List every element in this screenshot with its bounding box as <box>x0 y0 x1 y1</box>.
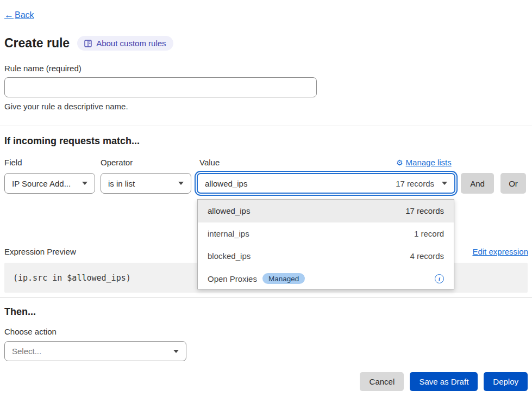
divider <box>0 126 532 126</box>
list-item-count: 1 record <box>414 229 444 238</box>
chevron-down-icon <box>82 182 87 185</box>
list-item-name: Open Proxies <box>208 274 257 283</box>
cancel-button[interactable]: Cancel <box>360 372 404 391</box>
list-item-open-proxies[interactable]: Open Proxies Managed i <box>198 268 454 290</box>
list-item-blocked-ips[interactable]: blocked_ips 4 records <box>198 245 454 268</box>
manage-lists-link[interactable]: Manage lists <box>406 158 452 167</box>
chevron-down-icon <box>442 182 447 185</box>
rule-name-input[interactable] <box>4 77 317 97</box>
value-label: Value <box>199 158 220 167</box>
field-select-value: IP Source Add... <box>12 179 71 188</box>
back-arrow-icon: ← <box>4 10 14 21</box>
value-dropdown-panel: allowed_ips 17 records internal_ips 1 re… <box>197 199 454 289</box>
choose-action-label: Choose action <box>4 327 57 336</box>
rule-name-label: Rule name (required) <box>4 64 82 73</box>
chevron-down-icon <box>173 350 179 353</box>
value-select-count: 17 records <box>396 179 434 188</box>
edit-expression-link[interactable]: Edit expression <box>472 247 528 256</box>
value-select-value: allowed_ips <box>205 179 247 188</box>
list-item-allowed-ips[interactable]: allowed_ips 17 records <box>198 200 454 222</box>
and-button[interactable]: And <box>461 173 494 194</box>
field-label: Field <box>4 158 22 167</box>
back-label: Back <box>15 10 34 20</box>
value-select[interactable]: allowed_ips 17 records <box>197 173 455 194</box>
list-item-name: blocked_ips <box>208 251 251 261</box>
list-item-name: internal_ips <box>208 229 249 238</box>
back-link[interactable]: ←Back <box>4 10 34 21</box>
info-icon[interactable]: i <box>435 274 444 283</box>
expression-preview-label: Expression Preview <box>4 247 76 256</box>
list-item-count: 4 records <box>410 251 444 261</box>
list-item-internal-ips[interactable]: internal_ips 1 record <box>198 222 454 245</box>
operator-select-value: is in list <box>108 179 135 188</box>
then-section-heading: Then... <box>4 306 36 318</box>
or-button[interactable]: Or <box>500 173 526 194</box>
operator-select[interactable]: is in list <box>101 173 191 194</box>
about-badge-label: About custom rules <box>96 39 166 48</box>
operator-label: Operator <box>101 158 133 167</box>
book-icon <box>84 40 92 47</box>
create-rule-page: ←Back Create rule About custom rules Rul… <box>0 0 532 402</box>
list-item-name: allowed_ips <box>208 206 250 215</box>
list-item-count: 17 records <box>405 206 444 215</box>
about-custom-rules-badge[interactable]: About custom rules <box>77 36 173 51</box>
action-select-placeholder: Select... <box>12 347 41 356</box>
action-select[interactable]: Select... <box>4 341 186 361</box>
managed-badge: Managed <box>262 273 305 284</box>
save-as-draft-button[interactable]: Save as Draft <box>410 372 478 391</box>
footer-actions: Cancel Save as Draft Deploy <box>360 372 528 391</box>
expression-code: (ip.src in $allowed_ips) <box>13 273 131 283</box>
field-select[interactable]: IP Source Add... <box>4 173 95 194</box>
match-section-heading: If incoming requests match... <box>4 135 140 147</box>
divider <box>0 297 532 298</box>
manage-lists[interactable]: ⚙ Manage lists <box>396 158 452 167</box>
title-row: Create rule About custom rules <box>4 36 173 51</box>
page-title: Create rule <box>4 36 70 51</box>
chevron-down-icon <box>178 182 184 185</box>
gear-icon: ⚙ <box>396 158 403 167</box>
rule-name-helper-text: Give your rule a descriptive name. <box>4 102 128 111</box>
deploy-button[interactable]: Deploy <box>484 372 528 391</box>
